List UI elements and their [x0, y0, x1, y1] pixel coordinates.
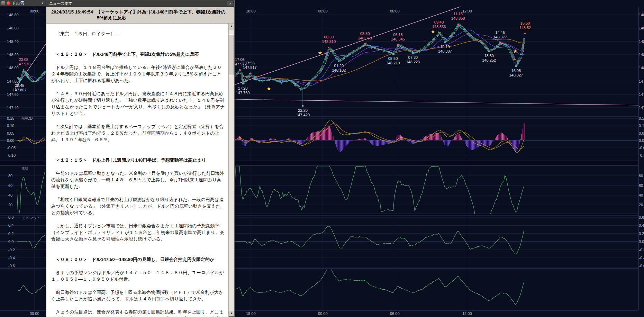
news-paragraph: きょうの予想レンジはドル／円が１４７．５０―１４８．８０円、ユーロ／ドルが１．０… [51, 269, 225, 282]
news-body[interactable]: ［東京 １５日 ロイター］ － ＜１６：２８＞ ドル148円前半で上下、春闘1次… [46, 24, 228, 317]
news-paragraph: ＜０８：００＞ ドル147.50―148.80円の見通し、日銀会合控え円安限定的… [51, 256, 225, 263]
trading-app: 148.80148.80148.60148.60148.40148.40148.… [0, 0, 644, 317]
close-icon[interactable]: × [227, 1, 233, 6]
app-icon [1, 1, 5, 5]
scrollbar-track[interactable] [229, 29, 234, 311]
news-timestamp: 2024/03/15 16:49:54 [51, 9, 93, 15]
news-paragraph: しかし、通貨オプション市場では、日米中銀会合をまたぐ１週間物の予想変動率（インプ… [51, 223, 225, 242]
news-paragraph: きょうの注目点は、連合が発表する春闘の第１回集計結果。昨年を上回り、どこまで強含… [51, 309, 225, 317]
currency-pair-icon [7, 1, 10, 5]
news-scrollbar[interactable]: ▲ ▼ [228, 24, 234, 317]
pair-titlebar: ドル/円 ▼ [0, 0, 46, 7]
news-paragraph: 「相次ぐ日銀関連報道で目先の利上げ観測はかなり織り込まれた。一段の円高は進みづら… [51, 196, 225, 216]
news-paragraph: 午前のドルは底堅い動きとなった。米金利の上昇を受けて買いが先行した前日海外の流れ… [51, 170, 225, 190]
news-paragraph: ＜１６：２８＞ ドル148円前半で上下、春闘1次集計の5%超えに反応 [51, 51, 225, 57]
pair-selector-label[interactable]: ドル/円 [12, 1, 40, 6]
news-paragraph: １次集計では、基本給を底上げするベースアップ（ベア）と定期昇給（定昇）を合わせた… [51, 123, 225, 143]
news-paragraph: １４８．３０円付近にあったドル／円は、発表直後に１４８円に接近する円高反応が先行… [51, 90, 225, 117]
news-window-title: ニュース本文 [49, 1, 227, 6]
chevron-down-icon[interactable]: ▼ [41, 2, 45, 5]
scroll-down-button[interactable]: ▼ [229, 311, 234, 317]
news-paragraph: ドル／円は、１４８円台半ばで推移している。午後4時過ぎに連合が発表した２０２４年… [51, 64, 225, 84]
news-paragraph: ＜１２：１５＞ ドル上昇し1週間ぶり148円半ば、予想変動率は高止まり [51, 157, 225, 163]
news-paragraph: ［東京 １５日 ロイター］ － [51, 30, 225, 37]
news-window-titlebar[interactable]: ニュース本文 × [46, 0, 234, 7]
news-paragraph: 前日海外のドルは全面高。予想を上回る米卸売物価指数（ＰＰＩ）で米金利が大きく上昇… [51, 289, 225, 302]
scrollbar-thumb[interactable] [229, 34, 234, 75]
news-window: ニュース本文 × 2024/03/15 16:49:54【マーケットアイ】外為:… [46, 0, 235, 317]
scroll-up-button[interactable]: ▲ [229, 24, 234, 29]
news-headline: 【マーケットアイ】外為:ドル148円前半で上下、春闘1次集計の5%超えに反応 [96, 9, 226, 20]
news-headline-area: 2024/03/15 16:49:54【マーケットアイ】外為:ドル148円前半で… [46, 7, 234, 23]
